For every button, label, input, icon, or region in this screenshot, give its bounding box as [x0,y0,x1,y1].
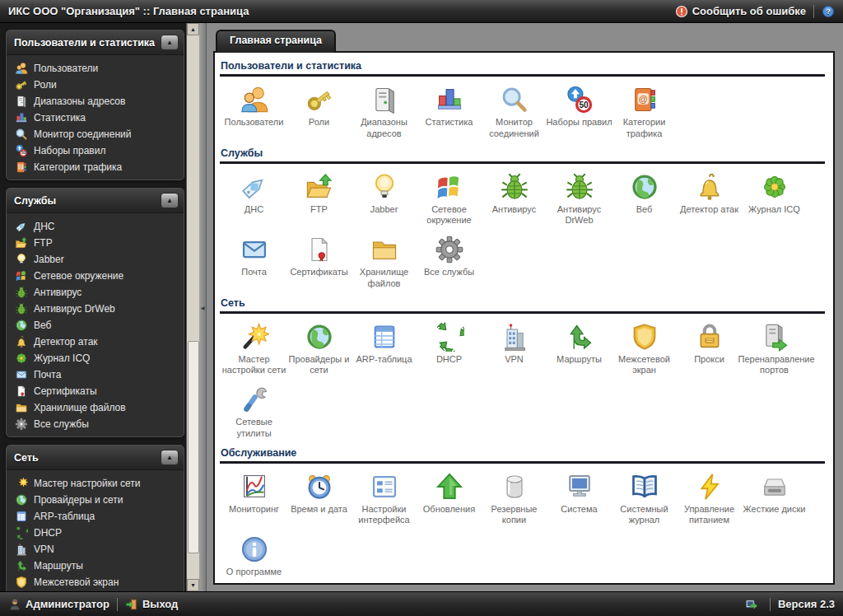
scroll-down-button[interactable]: ▼ [187,579,199,591]
sidebar-section-header[interactable]: Сеть▲ [7,446,184,470]
shield-icon [15,576,28,589]
shortcut[interactable]: DHCP [417,315,482,367]
sidebar-item-label: Антивирус [34,287,82,298]
sidebar-item[interactable]: Маршруты [12,558,180,574]
report-error-button[interactable]: Сообщить об ошибке [675,5,806,18]
sidebar-item[interactable]: Диапазоны адресов [12,93,180,110]
shortcut[interactable]: Категории трафика [612,78,677,142]
shortcut-label: Хранилище файлов [348,267,421,290]
sidebar-item[interactable]: ARP-таблица [12,508,180,525]
shortcut[interactable]: Система [547,465,612,517]
shortcut[interactable]: Антивирус [482,166,547,217]
window-title: ИКС ООО "Организация" :: Главная страниц… [8,5,249,17]
shortcut[interactable]: Мониторинг [221,465,286,517]
sidebar-item[interactable]: Веб [12,317,180,334]
section-rule [220,311,825,314]
shortcut[interactable]: Провайдеры и сети [286,315,352,379]
sidebar-section-header[interactable]: Пользователи и статистика▲ [7,30,184,55]
logout-button[interactable]: Выход [125,598,178,611]
sidebar-item[interactable]: Хранилище файлов [12,399,180,416]
shortcut[interactable]: Обновления [417,465,482,517]
shortcut[interactable]: Детектор атак [677,166,742,217]
sidebar-item[interactable]: Сертификаты [12,383,180,399]
sidebar-item[interactable]: Роли [12,77,180,93]
shortcut[interactable]: Перенаправление портов [742,315,807,379]
shortcut[interactable]: Пользователи [221,78,286,130]
sidebar-item[interactable]: Сетевое окружение [12,268,180,284]
shortcut[interactable]: Межсетевой экран [612,315,677,379]
current-user-button[interactable]: Администратор [8,598,109,611]
shortcut[interactable]: Хранилище файлов [352,228,417,292]
sidebar-item[interactable]: Категории трафика [12,159,180,175]
shortcut[interactable]: FTP [286,166,352,217]
sidebar-item[interactable]: ДНС [12,218,180,235]
sidebar-item[interactable]: Антивирус DrWeb [12,301,180,317]
shortcut[interactable]: Диапазоны адресов [352,78,417,142]
shortcut[interactable]: Статистика [417,78,482,130]
shortcut[interactable]: ДНС [221,166,286,217]
shortcut[interactable]: Управление питанием [677,465,742,529]
shortcut-label: Жесткие диски [738,504,811,516]
shortcut[interactable]: Резервные копии [482,465,547,529]
sidebar-item[interactable]: Монитор соединений [12,126,180,142]
sidebar-item[interactable]: Детектор атак [12,334,180,350]
shortcut[interactable]: Журнал ICQ [742,166,807,217]
stats-icon [15,111,28,124]
users-icon [240,85,269,114]
shortcut-label: Наборы правил [543,117,616,128]
collapse-button[interactable]: ▲ [161,35,179,50]
shortcut-grid: МониторингВремя и датаНастройки интерфей… [220,465,825,580]
shortcut-label: Категории трафика [608,117,681,140]
help-icon[interactable] [822,5,835,18]
shortcut[interactable]: Монитор соединений [482,78,547,142]
shortcut[interactable]: Прокси [677,315,742,367]
sidebar-item[interactable]: Наборы правил [12,142,180,159]
shortcut[interactable]: Антивирус DrWeb [547,166,612,229]
sidebar-item[interactable]: Статистика [12,110,180,126]
shortcut[interactable]: Наборы правил [547,78,612,130]
sidebar-section-header[interactable]: Службы▲ [7,189,184,213]
current-user-label: Администратор [26,598,109,610]
collapse-button[interactable]: ▲ [161,193,179,208]
shortcut[interactable]: Сертификаты [286,228,352,280]
sidebar-item[interactable]: Антивирус [12,284,180,301]
bulb-icon [15,253,28,266]
sidebar-item[interactable]: Почта [12,366,180,383]
shortcut[interactable]: Jabber [352,166,417,217]
scroll-up-button[interactable]: ▲ [187,23,199,35]
sidebar-item[interactable]: FTP [12,235,180,251]
sidebar-item[interactable]: Межсетевой экран [12,574,180,590]
sidebar-item[interactable]: Мастер настройки сети [12,475,180,492]
shortcut[interactable]: VPN [482,315,547,367]
console-icon[interactable] [745,598,758,611]
shortcut[interactable]: Жесткие диски [742,465,807,517]
sidebar-item[interactable]: Пользователи [12,60,180,77]
sidebar-item[interactable]: Все службы [12,416,180,432]
error-icon [675,5,688,18]
shortcut[interactable]: Все службы [417,228,482,280]
monitor-icon [565,472,594,502]
shortcut[interactable]: Сетевое окружение [417,166,482,229]
shortcut[interactable]: Системный журнал [612,465,677,529]
shortcut[interactable]: Веб [612,166,677,217]
sidebar-scrollbar[interactable]: ▲ ▼ [186,23,199,591]
splitter-handle[interactable]: ◀ [199,23,207,591]
shortcut[interactable]: Почта [221,228,286,280]
sidebar-item[interactable]: VPN [12,541,180,558]
shortcut[interactable]: Мастер настройки сети [221,315,286,379]
shortcut[interactable]: Настройки интерфейса [352,465,417,529]
shortcut[interactable]: ARP-таблица [352,315,417,367]
tab-home[interactable]: Главная страница [216,30,336,53]
shortcut[interactable]: Сетевые утилиты [221,378,286,441]
shortcut[interactable]: Роли [286,78,352,130]
collapse-button[interactable]: ▲ [161,450,179,465]
shortcut[interactable]: О программе [221,528,286,580]
sidebar-item[interactable]: DHCP [12,525,180,541]
shortcut[interactable]: Маршруты [547,315,612,367]
sidebar-item[interactable]: Jabber [12,251,180,268]
sidebar-item[interactable]: Журнал ICQ [12,350,180,366]
shortcut[interactable]: Время и дата [286,465,352,517]
sidebar-item[interactable]: Провайдеры и сети [12,492,180,508]
bell-icon [15,335,28,348]
scrollbar-thumb[interactable] [188,341,199,553]
